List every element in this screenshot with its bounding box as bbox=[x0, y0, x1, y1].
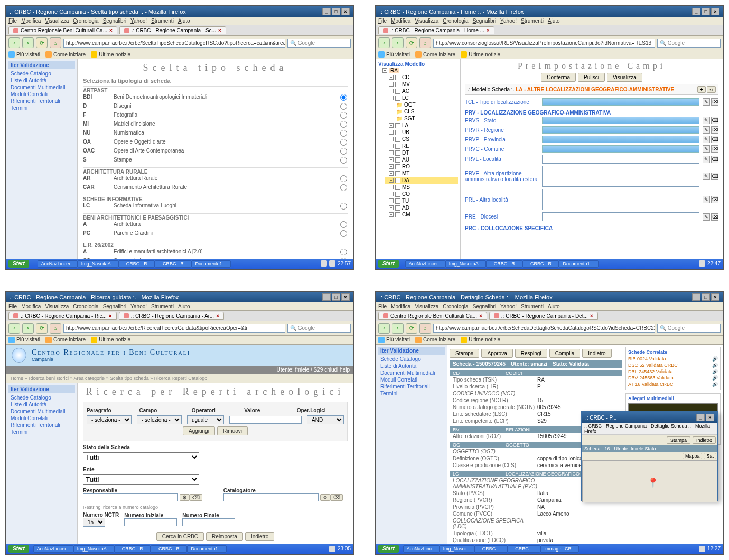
scheda-radio[interactable] bbox=[340, 249, 347, 255]
taskbar-button[interactable]: Img_NascitaA... bbox=[73, 545, 115, 553]
taskbar-button[interactable]: .: CRBC - ... bbox=[508, 545, 541, 553]
taskbar-button[interactable]: AccNazLinc... bbox=[403, 545, 440, 553]
scheda-radio[interactable] bbox=[340, 103, 347, 110]
back-button[interactable]: ‹ bbox=[8, 323, 20, 334]
titlebar[interactable]: .: CRBC - Regione Campania - Home :. - M… bbox=[376, 6, 723, 17]
value-bar[interactable] bbox=[542, 117, 699, 124]
close-tab-icon[interactable]: × bbox=[218, 27, 221, 33]
expand-icon[interactable]: + bbox=[389, 144, 394, 148]
scheda-row[interactable]: AEdifici e manufatti architettonici A [2… bbox=[83, 248, 348, 257]
search-input[interactable]: 🔍 Google bbox=[657, 324, 721, 333]
scheda-radio[interactable] bbox=[340, 112, 347, 119]
tree-node[interactable]: DT bbox=[402, 150, 409, 156]
taskbar-button[interactable]: AccNazLincei... bbox=[405, 260, 445, 268]
menu-item[interactable]: Yahoo! bbox=[130, 303, 147, 309]
taskbar-button[interactable]: .: CRBC - R... bbox=[151, 545, 187, 553]
menu-item[interactable]: Modifica bbox=[21, 303, 41, 309]
clear-icon[interactable]: ⌫ bbox=[330, 494, 343, 501]
tree-node[interactable]: CLS bbox=[404, 109, 414, 115]
action-button[interactable]: Indietro bbox=[245, 532, 274, 541]
edit-icon[interactable]: ✎ bbox=[703, 136, 710, 143]
minimize-icon[interactable]: _ bbox=[322, 8, 331, 15]
reload-button[interactable]: ⟳ bbox=[36, 37, 48, 48]
tree-node[interactable]: AC bbox=[402, 88, 409, 94]
maximize-icon[interactable]: □ bbox=[332, 8, 340, 15]
taskbar-button[interactable]: .: CRBC - R... bbox=[522, 260, 559, 268]
nctr-select[interactable]: 15 bbox=[83, 518, 105, 527]
checkbox[interactable] bbox=[395, 137, 400, 142]
speaker-icon[interactable]: 🔊 bbox=[712, 382, 718, 387]
start-button[interactable]: Start bbox=[378, 260, 399, 268]
reload-button[interactable]: ⟳ bbox=[36, 323, 48, 334]
checkbox[interactable] bbox=[395, 82, 400, 87]
sidebar-item[interactable]: Moduli Correlati bbox=[8, 91, 75, 98]
taskbar-button[interactable]: .: CRBC - ... bbox=[474, 545, 508, 553]
menu-item[interactable]: File bbox=[8, 303, 17, 309]
forward-button[interactable]: › bbox=[392, 323, 404, 334]
checkbox[interactable] bbox=[395, 144, 400, 149]
bookmark-item[interactable]: Più visitati bbox=[378, 337, 410, 343]
expand-icon[interactable]: + bbox=[389, 171, 394, 176]
clear-icon[interactable]: ⌫ bbox=[711, 145, 718, 153]
related-item[interactable]: DSC 52 Validata CRBC 🔊 bbox=[628, 362, 718, 368]
clear-icon[interactable]: ⌫ bbox=[711, 117, 718, 124]
tree-node[interactable]: LA bbox=[402, 122, 408, 128]
taskbar-button[interactable]: Img_Nascit... bbox=[440, 545, 475, 553]
criteria-input[interactable] bbox=[229, 416, 302, 424]
taskbar-button[interactable]: .: CRBC - R... bbox=[118, 260, 155, 268]
tree-node[interactable]: LC bbox=[402, 95, 409, 101]
scheda-row[interactable]: BDIBeni Demoetnoantropologici Immaterial… bbox=[83, 93, 348, 102]
taskbar-button[interactable]: Img_NascitaA... bbox=[445, 260, 487, 268]
value-bar[interactable] bbox=[542, 145, 699, 153]
expand-icon[interactable]: + bbox=[389, 130, 394, 135]
menu-item[interactable]: Modifica bbox=[391, 303, 410, 309]
browser-tab[interactable]: .: CRBC - Regione Campania - Ar...× bbox=[119, 312, 224, 320]
expand-icon[interactable]: + bbox=[389, 178, 394, 183]
edit-icon[interactable]: ✎ bbox=[703, 98, 710, 106]
back-button[interactable]: ‹ bbox=[8, 37, 20, 48]
browser-tab[interactable]: .: CRBC - Regione Campania - Sc...× bbox=[119, 26, 226, 34]
checkbox[interactable] bbox=[395, 96, 400, 101]
scheda-row[interactable]: MIMatrici d'incisione bbox=[83, 120, 348, 129]
url-input[interactable]: http://www.campaniacrbc.it/crbc/SceltaTi… bbox=[63, 39, 285, 48]
menu-item[interactable]: Yahoo! bbox=[130, 18, 147, 24]
checkbox[interactable] bbox=[395, 171, 400, 176]
action-button[interactable]: Rimuovi bbox=[217, 426, 248, 435]
ni-input[interactable] bbox=[124, 518, 177, 526]
map-mode-button[interactable]: Sat bbox=[704, 453, 716, 459]
speaker-icon[interactable]: 🔊 bbox=[712, 356, 718, 362]
clear-icon[interactable]: ⌫ bbox=[711, 126, 718, 134]
criteria-select[interactable]: AND bbox=[307, 415, 344, 424]
tree-node[interactable]: OGT bbox=[404, 102, 416, 108]
minimize-icon[interactable]: _ bbox=[322, 293, 331, 301]
action-button[interactable]: Conferma bbox=[541, 73, 576, 82]
tree-node[interactable]: RE bbox=[402, 143, 409, 149]
scheda-row[interactable]: LCScheda Informativa Luoghi bbox=[83, 202, 348, 211]
tree-node[interactable]: CO bbox=[402, 191, 410, 197]
menu-item[interactable]: Visualizza bbox=[45, 18, 69, 24]
back-button[interactable]: ‹ bbox=[378, 323, 390, 334]
cat-input[interactable] bbox=[223, 493, 319, 501]
tree-node[interactable]: AU bbox=[402, 157, 409, 163]
bookmark-item[interactable]: Come iniziare bbox=[415, 51, 455, 58]
maximize-icon[interactable]: □ bbox=[332, 293, 340, 301]
related-item[interactable]: DRL 245432 Validata 🔊 bbox=[628, 368, 718, 375]
close-icon[interactable]: × bbox=[341, 293, 350, 301]
minimap[interactable]: 📍 bbox=[582, 460, 717, 502]
criteria-select[interactable]: uguale bbox=[187, 415, 224, 424]
clear-icon[interactable]: ⌫ bbox=[711, 173, 718, 180]
taskbar-button[interactable]: .: CRBC - R... bbox=[155, 260, 191, 268]
start-button[interactable]: Start bbox=[8, 545, 29, 553]
tray-icon[interactable] bbox=[329, 260, 335, 267]
back-button[interactable]: ‹ bbox=[378, 37, 390, 48]
tree-node[interactable]: CM bbox=[402, 212, 410, 217]
criteria-select[interactable]: - seleziona - bbox=[87, 415, 132, 424]
value-bar[interactable] bbox=[542, 98, 699, 106]
action-button[interactable]: Pulisci bbox=[578, 73, 605, 82]
action-button[interactable]: Cerca in CRBC bbox=[156, 532, 204, 541]
home-button[interactable]: ⌂ bbox=[419, 37, 431, 48]
edit-icon[interactable]: ✎ bbox=[703, 213, 710, 221]
action-button[interactable]: Reimposta bbox=[206, 532, 243, 541]
checkbox[interactable] bbox=[395, 212, 400, 217]
value-bar[interactable] bbox=[542, 126, 699, 134]
